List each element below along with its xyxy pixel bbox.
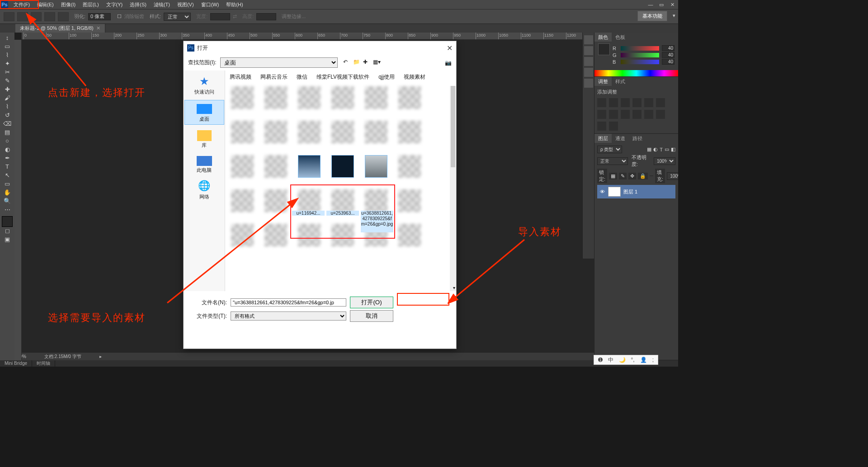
eyedropper-tool-icon[interactable]: ✎ — [1, 76, 13, 85]
adj-hue-icon[interactable] — [656, 98, 665, 107]
adj-bw-icon[interactable] — [609, 110, 618, 119]
menu-item[interactable]: 窗口(W) — [198, 0, 223, 9]
screenmode-tool-icon[interactable]: ▣ — [1, 235, 13, 244]
file-thumb[interactable] — [261, 189, 290, 219]
maximize-button[interactable]: ▭ — [657, 0, 665, 9]
refine-edge-button[interactable]: 调整边缘... — [282, 13, 306, 20]
adj-photo-filter-icon[interactable] — [621, 110, 630, 119]
blend-mode-select[interactable]: 正常 — [597, 157, 628, 165]
filter-smart-icon[interactable]: ◧ — [671, 146, 675, 152]
visibility-icon[interactable]: 👁 — [599, 189, 605, 194]
lock-trans-icon[interactable]: ▦ — [609, 173, 617, 179]
folder-link[interactable]: 微信 — [297, 73, 307, 81]
marquee-preset-icon[interactable] — [4, 12, 14, 21]
close-button[interactable]: ✕ — [668, 0, 676, 9]
eraser-tool-icon[interactable]: ⌫ — [1, 119, 13, 128]
folder-link[interactable]: 维棠FLV视频下载软件 — [316, 73, 369, 81]
file-label[interactable]: u=116942... — [292, 211, 325, 216]
file-thumb[interactable] — [228, 224, 257, 254]
minimize-button[interactable]: — — [646, 0, 655, 9]
folder-link[interactable]: qjj使用 — [378, 73, 395, 81]
path-tool-icon[interactable]: ↖ — [1, 171, 13, 179]
filter-adj-icon[interactable]: ◐ — [653, 146, 658, 152]
lock-pos-icon[interactable]: ✥ — [628, 173, 636, 179]
file-thumb[interactable] — [228, 189, 257, 219]
lasso-tool-icon[interactable]: ⌇ — [1, 51, 13, 59]
brush-tool-icon[interactable]: 🖌 — [1, 94, 13, 102]
adj-brightness-icon[interactable] — [597, 98, 606, 107]
file-thumb[interactable] — [362, 121, 391, 151]
scrollbar[interactable]: ▾ — [450, 86, 456, 291]
filename-input[interactable] — [231, 298, 346, 307]
blur-tool-icon[interactable]: ○ — [1, 137, 13, 145]
opacity-select[interactable]: 100% — [654, 157, 675, 165]
folder-link[interactable]: 视频素材 — [404, 73, 425, 81]
layer-name[interactable]: 图层 1 — [623, 189, 637, 195]
lock-pixel-icon[interactable]: ✎ — [619, 173, 627, 179]
filter-pixel-icon[interactable]: ▦ — [647, 146, 651, 152]
place-desktop[interactable]: 桌面 — [184, 100, 224, 125]
heal-tool-icon[interactable]: ✚ — [1, 85, 13, 94]
file-thumb[interactable] — [328, 155, 357, 185]
file-thumb[interactable] — [328, 121, 357, 151]
dock-para-icon[interactable] — [584, 79, 593, 88]
type-tool-icon[interactable]: T — [1, 162, 13, 171]
adj-threshold-icon[interactable] — [609, 122, 618, 131]
stamp-tool-icon[interactable]: ⌇ — [1, 102, 13, 111]
file-thumb[interactable] — [362, 86, 391, 116]
place-thispc[interactable]: 此电脑 — [184, 153, 224, 175]
g-slider[interactable] — [621, 53, 659, 57]
file-thumb[interactable] — [261, 224, 290, 254]
close-tab-icon[interactable]: ✕ — [96, 25, 100, 31]
antialias-checkbox[interactable]: ☐ — [117, 14, 122, 19]
marquee-mode-intersect-icon[interactable] — [58, 12, 69, 21]
favorites-icon[interactable]: 📷 — [445, 60, 452, 66]
place-network[interactable]: 🌐网络 — [184, 178, 224, 202]
file-thumb[interactable] — [228, 86, 257, 116]
marquee-mode-new-icon[interactable] — [17, 12, 28, 21]
adj-mixer-icon[interactable] — [632, 110, 642, 119]
adj-lookup-icon[interactable] — [644, 110, 653, 119]
cancel-button[interactable]: 取消 — [350, 310, 393, 322]
menu-item[interactable]: 图像(I) — [57, 0, 79, 9]
marquee-mode-sub-icon[interactable] — [44, 12, 55, 21]
file-thumb[interactable] — [228, 155, 257, 185]
marquee-tool-icon[interactable]: ▭ — [1, 42, 13, 51]
document-tab[interactable]: 未标题-1 @ 50% (图层 1, RGB/8) ✕ — [15, 24, 105, 33]
spectrum-bar[interactable] — [594, 70, 678, 76]
r-value[interactable] — [662, 45, 675, 51]
adj-exposure-icon[interactable] — [632, 98, 642, 107]
file-label[interactable]: u=3638812661,4278309225&fm=26&gp=0.jpg — [361, 211, 393, 232]
adj-vibrance-icon[interactable] — [644, 98, 653, 107]
menu-item[interactable]: 滤镜(T) — [150, 0, 174, 9]
dodge-tool-icon[interactable]: ◐ — [1, 145, 13, 154]
wand-tool-icon[interactable]: ✦ — [1, 59, 13, 68]
tab-styles[interactable]: 样式 — [612, 77, 629, 86]
file-thumb[interactable] — [395, 224, 424, 254]
dialog-close-icon[interactable]: ✕ — [447, 44, 453, 52]
file-thumb[interactable] — [328, 86, 357, 116]
quickmask-tool-icon[interactable]: ◻ — [1, 226, 13, 235]
timeline-tab[interactable]: 时间轴 — [32, 360, 55, 367]
workspace-dropdown-icon[interactable]: ▾ — [672, 11, 676, 20]
gradient-tool-icon[interactable]: ▤ — [1, 128, 13, 137]
ime-bar[interactable]: ➊中🌙°,👤; — [594, 355, 658, 365]
up-icon[interactable]: 📁 — [353, 59, 361, 67]
adj-invert-icon[interactable] — [656, 110, 665, 119]
filter-shape-icon[interactable]: ▭ — [665, 146, 669, 152]
ellipsis-icon[interactable]: ⋯ — [1, 205, 13, 214]
file-thumb[interactable] — [295, 86, 324, 116]
g-value[interactable] — [662, 52, 675, 58]
lookin-select[interactable]: 桌面 — [220, 57, 338, 68]
file-thumb[interactable] — [295, 155, 324, 185]
adj-levels-icon[interactable] — [609, 98, 618, 107]
viewmode-icon[interactable]: ▦▾ — [373, 59, 381, 67]
hand-tool-icon[interactable]: ✋ — [1, 188, 13, 197]
history-brush-tool-icon[interactable]: ↺ — [1, 111, 13, 119]
file-thumb[interactable] — [261, 155, 290, 185]
folder-link[interactable]: 腾讯视频 — [230, 73, 251, 81]
file-thumb[interactable] — [395, 86, 424, 116]
r-slider[interactable] — [621, 46, 659, 51]
file-thumb[interactable] — [295, 121, 324, 151]
file-thumb[interactable] — [228, 121, 257, 151]
